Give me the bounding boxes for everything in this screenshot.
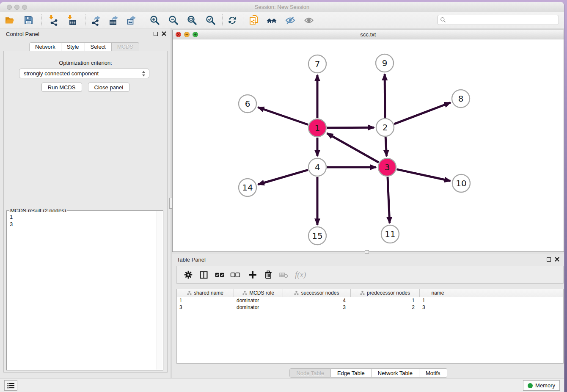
graph-edge-1-2[interactable] bbox=[327, 127, 374, 128]
tab-network-table[interactable]: Network Table bbox=[372, 368, 419, 378]
graph-node-label-14: 14 bbox=[242, 182, 253, 193]
show-all-button[interactable] bbox=[303, 14, 315, 27]
column-label: predecessor nodes bbox=[367, 290, 410, 296]
table-row[interactable]: 1dominator411 bbox=[177, 297, 563, 304]
criterion-dropdown[interactable]: strongly connected component bbox=[19, 69, 149, 78]
task-history-button[interactable] bbox=[4, 380, 17, 391]
deselect-all-button[interactable] bbox=[227, 268, 243, 282]
network-graph: 7968124314101511 bbox=[173, 39, 564, 251]
graph-node-label-9: 9 bbox=[382, 58, 388, 68]
graph-edge-4-14[interactable] bbox=[258, 170, 308, 184]
cell-name[interactable]: 1 bbox=[420, 297, 456, 304]
export-image-button[interactable] bbox=[125, 14, 138, 27]
cell-successor-nodes[interactable]: 4 bbox=[283, 297, 351, 304]
first-neighbors-button[interactable] bbox=[265, 14, 278, 27]
clone-network-button[interactable] bbox=[248, 14, 260, 27]
save-floppy-icon bbox=[23, 15, 34, 25]
memory-button[interactable]: Memory bbox=[523, 380, 560, 391]
hide-selected-button[interactable] bbox=[284, 14, 297, 27]
export-table-button[interactable] bbox=[107, 14, 120, 27]
window-title: Session: New Session bbox=[0, 4, 564, 10]
cell-shared-name[interactable]: 3 bbox=[177, 304, 234, 311]
cell-predecessor-nodes[interactable]: 1 bbox=[351, 297, 420, 304]
tab-mcds[interactable]: MCDS bbox=[112, 42, 139, 51]
apply-layout-button[interactable] bbox=[226, 14, 239, 27]
select-all-button[interactable] bbox=[212, 268, 227, 282]
tab-motifs[interactable]: Motifs bbox=[419, 368, 447, 378]
graph-edge-2-9[interactable] bbox=[385, 74, 385, 118]
export-table-icon bbox=[108, 15, 119, 26]
graph-edge-2-8[interactable] bbox=[394, 102, 451, 124]
zoom-in-button[interactable] bbox=[149, 14, 161, 27]
graph-node-label-2: 2 bbox=[383, 122, 388, 133]
mcds-result-list[interactable]: 1 3 bbox=[7, 212, 156, 370]
column-header-name[interactable]: name bbox=[420, 289, 456, 297]
zoom-out-button[interactable] bbox=[167, 14, 180, 27]
zoom-fit-icon bbox=[187, 15, 198, 26]
cell-shared-name[interactable]: 1 bbox=[177, 297, 234, 304]
column-type-icon bbox=[294, 291, 299, 295]
column-header-successor-nodes[interactable]: successor nodes bbox=[283, 289, 351, 297]
tab-style[interactable]: Style bbox=[61, 42, 85, 51]
graph-node-label-4: 4 bbox=[315, 162, 320, 172]
column-label: MCDS role bbox=[249, 290, 274, 296]
search-icon bbox=[440, 17, 446, 23]
float-panel-icon[interactable] bbox=[154, 32, 158, 36]
list-icon bbox=[7, 382, 15, 389]
run-mcds-button[interactable]: Run MCDS bbox=[41, 83, 82, 92]
network-view-window: scc.txt 7968124314101511 bbox=[172, 30, 564, 252]
cell-MCDS-role[interactable]: dominator bbox=[234, 297, 283, 304]
save-session-button[interactable] bbox=[22, 14, 35, 27]
zoom-fit-button[interactable] bbox=[186, 14, 198, 27]
delete-row-button[interactable] bbox=[260, 268, 276, 282]
table-toolbar: f(x) bbox=[176, 266, 564, 284]
cell-MCDS-role[interactable]: dominator bbox=[234, 304, 283, 311]
cell-name[interactable]: 3 bbox=[420, 304, 456, 311]
tab-select[interactable]: Select bbox=[85, 42, 112, 51]
tab-node-table[interactable]: Node Table bbox=[289, 368, 331, 378]
graph-edge-3-1[interactable] bbox=[327, 133, 379, 163]
tab-network[interactable]: Network bbox=[29, 42, 61, 51]
graph-edge-3-10[interactable] bbox=[396, 169, 450, 181]
column-header-shared-name[interactable]: shared name bbox=[177, 289, 234, 297]
close-panel-button[interactable]: Close panel bbox=[88, 83, 130, 92]
criterion-value: strongly connected component bbox=[24, 70, 142, 77]
import-network-button[interactable] bbox=[47, 14, 60, 27]
function-builder-button[interactable]: f(x) bbox=[295, 270, 306, 279]
graph-node-label-15: 15 bbox=[312, 231, 322, 241]
close-table-panel-icon[interactable] bbox=[555, 257, 559, 262]
search-input[interactable] bbox=[446, 17, 559, 23]
table-header-row: shared name MCDS role successor nodes pr… bbox=[177, 289, 563, 297]
float-table-panel-icon[interactable] bbox=[547, 257, 551, 262]
import-network-icon bbox=[48, 15, 59, 26]
add-row-button[interactable] bbox=[245, 268, 260, 282]
horizontal-splitter-handle[interactable] bbox=[365, 250, 369, 254]
column-header-MCDS-role[interactable]: MCDS role bbox=[234, 289, 283, 297]
search-field[interactable] bbox=[437, 15, 559, 25]
graph-edge-2-3[interactable] bbox=[385, 137, 386, 156]
table-row[interactable]: 3dominator323 bbox=[177, 304, 563, 311]
graph-edge-3-11[interactable] bbox=[388, 177, 390, 223]
status-bar: Memory bbox=[0, 378, 564, 392]
show-columns-button[interactable] bbox=[196, 268, 212, 282]
open-session-button[interactable] bbox=[3, 14, 16, 27]
optimization-label: Optimization criterion: bbox=[4, 60, 167, 66]
close-panel-icon[interactable] bbox=[162, 31, 166, 36]
main-content: Control Panel NetworkStyleSelectMCDS Opt… bbox=[0, 28, 564, 378]
result-scrollbar[interactable] bbox=[157, 211, 162, 370]
delete-table-icon bbox=[278, 270, 289, 280]
graph-edge-1-6[interactable] bbox=[258, 107, 308, 124]
tab-edge-table[interactable]: Edge Table bbox=[331, 368, 372, 378]
open-folder-icon bbox=[4, 15, 15, 26]
export-network-button[interactable] bbox=[90, 14, 102, 27]
control-panel-tabs: NetworkStyleSelectMCDS bbox=[29, 42, 139, 51]
zoom-selected-button[interactable] bbox=[204, 14, 217, 27]
column-settings-button[interactable] bbox=[180, 268, 196, 282]
column-header-predecessor-nodes[interactable]: predecessor nodes bbox=[351, 289, 420, 297]
graph-node-label-7: 7 bbox=[315, 59, 320, 69]
network-canvas[interactable]: 7968124314101511 bbox=[173, 39, 564, 251]
import-table-button[interactable] bbox=[66, 14, 78, 27]
cell-successor-nodes[interactable]: 3 bbox=[283, 304, 351, 311]
cell-predecessor-nodes[interactable]: 2 bbox=[351, 304, 420, 311]
delete-table-button[interactable] bbox=[276, 268, 292, 282]
